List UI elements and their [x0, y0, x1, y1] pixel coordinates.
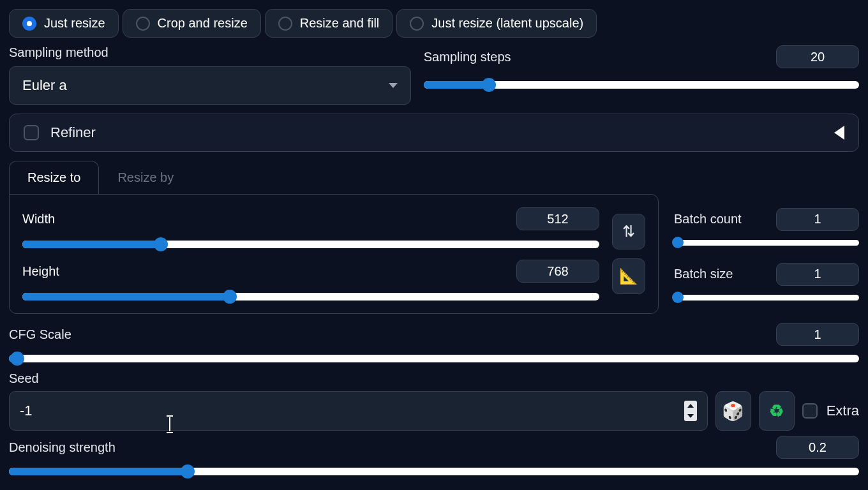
slider-thumb[interactable]	[482, 78, 496, 92]
radio-just-resize[interactable]: Just resize	[9, 9, 119, 38]
batch-count-input[interactable]: 1	[776, 208, 859, 231]
swap-vertical-icon: ⇅	[622, 223, 635, 241]
radio-resize-and-fill[interactable]: Resize and fill	[265, 9, 393, 38]
tab-resize-by[interactable]: Resize by	[99, 161, 192, 194]
radio-label: Crop and resize	[158, 16, 248, 31]
width-slider[interactable]	[22, 241, 599, 248]
radio-circle-icon	[410, 17, 424, 31]
slider-thumb[interactable]	[181, 464, 195, 479]
batch-count-label: Batch count	[674, 212, 742, 226]
batch-size-label: Batch size	[674, 267, 733, 281]
resize-mode-radio-group: Just resize Crop and resize Resize and f…	[9, 9, 859, 38]
sampling-steps-slider[interactable]	[424, 81, 859, 89]
sampling-steps-label: Sampling steps	[424, 50, 511, 64]
cfg-scale-input[interactable]: 1	[776, 323, 859, 346]
seed-extra-label: Extra	[827, 403, 859, 419]
slider-thumb[interactable]	[154, 237, 168, 251]
radio-label: Resize and fill	[300, 16, 380, 31]
slider-fill	[9, 468, 188, 475]
seed-extra-checkbox[interactable]	[802, 403, 818, 419]
width-input[interactable]: 512	[516, 207, 599, 230]
slider-thumb[interactable]	[223, 290, 237, 304]
refiner-accordion[interactable]: Refiner	[9, 114, 859, 152]
text-cursor-icon	[169, 417, 170, 431]
sampling-method-select[interactable]: Euler a	[9, 66, 411, 105]
triangle-ruler-icon: 📐	[619, 267, 638, 285]
radio-circle-icon	[278, 17, 292, 31]
reuse-seed-button[interactable]: ♻	[759, 391, 795, 431]
dimensions-panel: Width 512 Height 768	[9, 194, 659, 314]
cfg-scale-label: CFG Scale	[9, 327, 71, 342]
slider-thumb[interactable]	[672, 292, 684, 303]
slider-fill	[22, 293, 230, 301]
radio-label: Just resize	[44, 16, 105, 31]
batch-size-slider[interactable]	[674, 295, 859, 301]
swap-dimensions-button[interactable]: ⇅	[612, 214, 645, 249]
slider-thumb[interactable]	[10, 352, 24, 366]
random-seed-button[interactable]: 🎲	[715, 391, 751, 431]
resize-tabs: Resize to Resize by	[9, 161, 859, 194]
radio-circle-icon	[22, 17, 36, 31]
tab-resize-to[interactable]: Resize to	[9, 161, 99, 194]
refiner-checkbox[interactable]	[24, 125, 39, 140]
sampling-steps-input[interactable]: 20	[776, 45, 859, 68]
denoise-input[interactable]: 0.2	[776, 436, 859, 459]
batch-column: Batch count 1 Batch size 1	[674, 194, 859, 314]
seed-label: Seed	[9, 371, 39, 385]
seed-value: -1	[20, 403, 33, 419]
collapse-arrow-icon[interactable]	[834, 126, 844, 140]
refiner-label: Refiner	[50, 124, 96, 141]
seed-input[interactable]: -1	[9, 391, 708, 431]
height-label: Height	[22, 264, 59, 279]
slider-fill	[424, 81, 489, 89]
sampling-method-label: Sampling method	[9, 45, 411, 60]
radio-crop-and-resize[interactable]: Crop and resize	[123, 9, 261, 38]
batch-count-slider[interactable]	[674, 240, 859, 246]
width-label: Width	[22, 212, 55, 226]
recycle-icon: ♻	[769, 401, 784, 421]
height-input[interactable]: 768	[516, 260, 599, 283]
cfg-scale-slider[interactable]	[9, 355, 859, 362]
slider-thumb[interactable]	[672, 237, 684, 248]
height-slider[interactable]	[22, 293, 599, 301]
denoise-label: Denoising strength	[9, 440, 116, 455]
denoise-slider[interactable]	[9, 468, 859, 475]
radio-just-resize-latent[interactable]: Just resize (latent upscale)	[396, 9, 597, 38]
slider-fill	[22, 241, 161, 248]
dice-icon: 🎲	[722, 401, 744, 422]
number-spinner-icon[interactable]	[684, 401, 697, 421]
chevron-down-icon	[389, 83, 398, 88]
radio-label: Just resize (latent upscale)	[431, 16, 583, 31]
sampling-method-value: Euler a	[22, 77, 67, 94]
batch-size-input[interactable]: 1	[776, 263, 859, 286]
radio-circle-icon	[136, 17, 150, 31]
aspect-ratio-button[interactable]: 📐	[612, 258, 645, 294]
